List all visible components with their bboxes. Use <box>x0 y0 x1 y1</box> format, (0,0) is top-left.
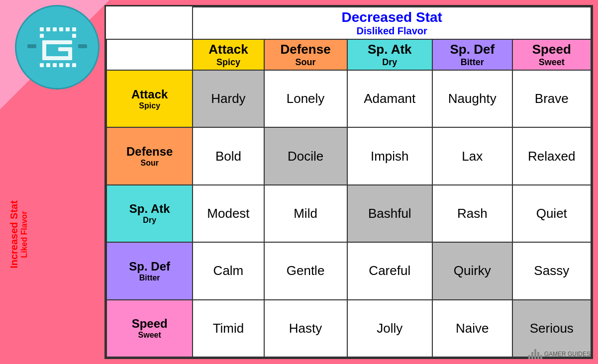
svg-rect-13 <box>40 63 44 67</box>
svg-rect-4 <box>66 27 70 31</box>
svg-rect-20 <box>78 44 87 48</box>
col-header-spatk: Sp. Atk Dry <box>347 39 432 70</box>
cell-4-0: Timid <box>193 300 264 357</box>
cell-4-2: Jolly <box>347 300 432 357</box>
col-header-spdef: Sp. Def Bitter <box>432 39 512 70</box>
svg-rect-17 <box>66 63 70 67</box>
svg-rect-1 <box>46 27 50 31</box>
row-header-defense: DefenseSour <box>106 127 193 184</box>
increased-stat-text: Increased Stat <box>8 200 19 269</box>
cell-2-0: Modest <box>193 185 264 242</box>
main-table-container: Decreased Stat Disliked Flavor Attack Sp… <box>104 5 593 359</box>
logo-icon <box>27 22 87 72</box>
cell-2-4: Quiet <box>512 185 591 242</box>
gamer-guides-logo: GAMER GUIDES <box>528 349 591 359</box>
svg-rect-19 <box>27 44 36 48</box>
increased-stat-label: Increased Stat Liked Flavor <box>5 109 32 359</box>
cell-0-4: Brave <box>512 70 591 127</box>
svg-rect-14 <box>46 63 50 67</box>
row-col-corner <box>106 39 193 70</box>
cell-3-0: Calm <box>193 242 264 299</box>
cell-3-1: Gentle <box>264 242 347 299</box>
col-header-speed: Speed Sweet <box>512 39 591 70</box>
svg-rect-7 <box>72 34 76 38</box>
cell-3-2: Careful <box>347 242 432 299</box>
col-defense-stat: Defense <box>267 42 345 57</box>
svg-rect-18 <box>72 63 76 67</box>
cell-3-3: Quirky <box>432 242 512 299</box>
col-spatk-flavor: Dry <box>350 57 430 68</box>
liked-flavor-text: Liked Flavor <box>20 200 29 269</box>
col-attack-stat: Attack <box>195 42 261 57</box>
row-header-attack: AttackSpicy <box>106 70 193 127</box>
col-speed-stat: Speed <box>515 42 589 57</box>
cell-0-3: Naughty <box>432 70 512 127</box>
row-header-speed: SpeedSweet <box>106 300 193 357</box>
col-defense-flavor: Sour <box>267 57 345 68</box>
cell-2-2: Bashful <box>347 185 432 242</box>
col-attack-flavor: Spicy <box>195 57 261 68</box>
decreased-stat-header: Decreased Stat Disliked Flavor <box>193 7 591 39</box>
nature-table: Decreased Stat Disliked Flavor Attack Sp… <box>106 6 592 358</box>
logo-circle <box>15 5 100 90</box>
row-header-sp.-atk: Sp. AtkDry <box>106 185 193 242</box>
svg-rect-12 <box>68 47 72 60</box>
gg-bars-icon <box>528 349 542 359</box>
cell-2-3: Rash <box>432 185 512 242</box>
bar-2 <box>531 352 533 359</box>
cell-4-3: Naive <box>432 300 512 357</box>
col-speed-flavor: Sweet <box>515 57 589 68</box>
bar-5 <box>540 355 542 359</box>
decreased-stat-title: Decreased Stat <box>195 9 589 25</box>
disliked-flavor-subtitle: Disliked Flavor <box>195 25 589 37</box>
bar-3 <box>534 349 536 359</box>
row-header-sp.-def: Sp. DefBitter <box>106 242 193 299</box>
bar-4 <box>537 352 539 359</box>
svg-rect-6 <box>40 34 44 38</box>
svg-rect-3 <box>59 27 63 31</box>
col-spatk-stat: Sp. Atk <box>350 42 430 57</box>
svg-rect-16 <box>59 63 63 67</box>
svg-rect-10 <box>42 56 72 60</box>
cell-0-0: Hardy <box>193 70 264 127</box>
cell-0-1: Lonely <box>264 70 347 127</box>
cell-4-4: Serious <box>512 300 591 357</box>
gamer-guides-text: GAMER GUIDES <box>544 351 591 358</box>
cell-1-1: Docile <box>264 127 347 184</box>
cell-1-2: Impish <box>347 127 432 184</box>
col-spdef-flavor: Bitter <box>435 57 510 68</box>
bar-1 <box>528 355 530 359</box>
svg-rect-5 <box>72 27 76 31</box>
col-spdef-stat: Sp. Def <box>435 42 510 57</box>
cell-1-3: Lax <box>432 127 512 184</box>
cell-1-4: Relaxed <box>512 127 591 184</box>
svg-rect-8 <box>42 40 72 44</box>
svg-rect-2 <box>53 27 57 31</box>
corner-empty <box>106 7 193 39</box>
col-header-defense: Defense Sour <box>264 39 347 70</box>
cell-0-2: Adamant <box>347 70 432 127</box>
cell-1-0: Bold <box>193 127 264 184</box>
cell-4-1: Hasty <box>264 300 347 357</box>
cell-3-4: Sassy <box>512 242 591 299</box>
col-header-attack: Attack Spicy <box>193 39 264 70</box>
cell-2-1: Mild <box>264 185 347 242</box>
svg-rect-15 <box>53 63 57 67</box>
svg-rect-0 <box>40 27 44 31</box>
